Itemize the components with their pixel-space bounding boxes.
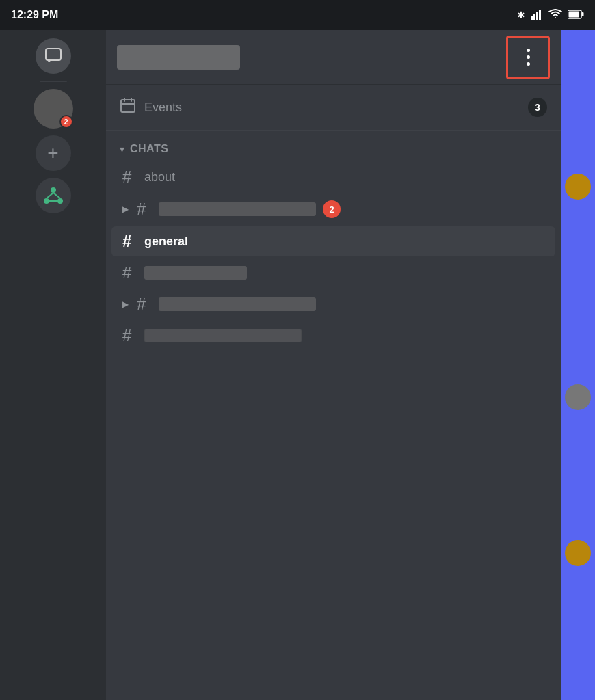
signal-icon [531, 9, 543, 22]
svg-rect-5 [582, 12, 584, 16]
hash-icon: # [122, 327, 137, 344]
channel-arrow-icon: ▶ [122, 299, 129, 309]
svg-rect-0 [531, 16, 533, 20]
hash-icon: # [122, 169, 137, 185]
events-row[interactable]: Events 3 [106, 85, 561, 131]
server-name-blurred [117, 45, 240, 70]
svg-point-8 [51, 187, 56, 193]
wifi-icon [548, 9, 562, 22]
status-icons: ✱ [517, 9, 584, 22]
sidebar-item-add[interactable]: + [36, 135, 71, 171]
svg-line-11 [47, 193, 53, 198]
hash-icon: # [137, 201, 152, 217]
hash-icon: # [137, 296, 152, 312]
channel-name-blurred-6 [144, 329, 302, 342]
channel-item-about[interactable]: # about [111, 162, 555, 192]
sidebar-item-network[interactable] [36, 178, 71, 213]
svg-rect-7 [46, 49, 61, 60]
channel-arrow-icon: ▶ [122, 204, 129, 214]
svg-rect-14 [121, 100, 135, 112]
hash-icon: # [122, 265, 137, 281]
right-avatar-3 [565, 540, 591, 566]
main-panel: Events 3 ▾ CHATS # about ▶ # 2 # general… [106, 30, 561, 700]
sidebar-item-chat[interactable] [36, 38, 71, 74]
channel-item-general[interactable]: # general [111, 226, 555, 256]
dot1 [527, 49, 530, 52]
status-time: 12:29 PM [11, 9, 58, 21]
right-avatars [561, 30, 595, 566]
status-bar: 12:29 PM ✱ [0, 0, 595, 30]
unread-badge-2: 2 [323, 200, 341, 218]
panel-header [106, 30, 561, 85]
battery-icon [568, 10, 584, 21]
right-avatar-2 [565, 384, 591, 410]
channel-name-blurred-2 [159, 202, 316, 216]
bluetooth-icon: ✱ [517, 10, 525, 21]
dot3 [527, 62, 530, 66]
user-badge: 2 [60, 115, 73, 129]
more-options-button[interactable] [506, 36, 550, 79]
svg-rect-3 [539, 10, 541, 20]
channel-item-6[interactable]: # [111, 321, 555, 351]
right-avatar-1 [565, 174, 591, 200]
hash-icon: # [122, 233, 137, 250]
channel-name-blurred-5 [159, 297, 316, 311]
sidebar-divider [40, 81, 67, 82]
sidebar-item-user[interactable]: 2 [34, 89, 73, 129]
channel-name-about: about [144, 170, 544, 185]
svg-rect-2 [536, 12, 538, 20]
events-label: Events [144, 100, 520, 115]
chats-chevron-icon: ▾ [120, 144, 124, 154]
channel-item-5[interactable]: ▶ # [111, 289, 555, 319]
events-badge: 3 [528, 98, 547, 117]
svg-line-12 [53, 193, 60, 198]
chats-label: CHATS [130, 143, 168, 155]
chats-section-header[interactable]: ▾ CHATS [106, 131, 561, 161]
dot2 [527, 55, 530, 59]
left-sidebar: 2 + [0, 30, 106, 700]
panel-content: Events 3 ▾ CHATS # about ▶ # 2 # general… [106, 85, 561, 700]
events-icon [120, 97, 136, 118]
svg-rect-1 [533, 14, 536, 20]
channel-item-2[interactable]: ▶ # 2 [111, 193, 555, 225]
svg-rect-6 [569, 11, 579, 17]
channel-name-blurred-4 [144, 266, 247, 280]
channel-name-general: general [144, 234, 544, 249]
channel-item-4[interactable]: # [111, 258, 555, 288]
